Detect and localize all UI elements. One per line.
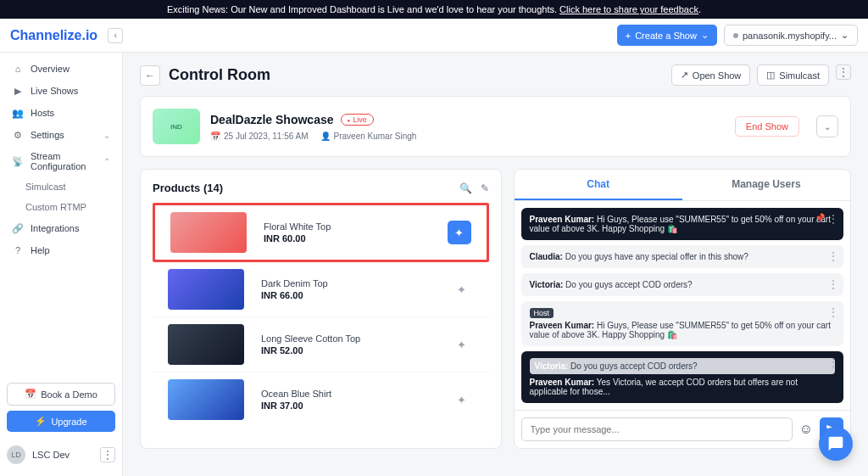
calendar-icon: 📅 xyxy=(210,132,220,141)
chat-messages: 📌 ⋮ Praveen Kumar: Hi Guys, Please use "… xyxy=(515,201,851,410)
tab-chat[interactable]: Chat xyxy=(515,170,682,200)
help-icon: ? xyxy=(12,244,24,256)
spotlight-button[interactable]: ✦ xyxy=(448,221,471,244)
sidebar-item-hosts[interactable]: 👥Hosts xyxy=(0,102,122,124)
chat-panel: Chat Manage Users 📌 ⋮ Praveen Kumar: Hi … xyxy=(514,169,852,449)
create-show-label: Create a Show xyxy=(635,31,697,41)
chat-message: ⋮ Host Praveen Kumar: Hi Guys, Please us… xyxy=(521,301,844,346)
message-menu-button[interactable]: ⋮ xyxy=(828,278,838,290)
upgrade-button[interactable]: ⚡Upgrade xyxy=(7,411,115,432)
store-status-icon xyxy=(733,33,738,38)
chevron-down-icon: ⌄ xyxy=(103,131,110,140)
product-name: Ocean Blue Shirt xyxy=(261,389,433,399)
topbar: Channelize.io ‹ + Create a Show ⌄ panaso… xyxy=(0,19,868,53)
message-menu-button[interactable]: ⋮ xyxy=(828,250,838,262)
product-image xyxy=(168,324,244,365)
products-title: Products (14) xyxy=(153,182,223,194)
main-content: ← Control Room ↗Open Show ◫Simulcast ⋮ I… xyxy=(123,53,868,476)
user-name: LSC Dev xyxy=(32,450,70,460)
store-selector[interactable]: panasonik.myshopify... ⌄ xyxy=(724,25,858,46)
product-row[interactable]: Long Sleeve Cotton TopINR 52.00 ✦ xyxy=(153,317,489,372)
collapse-sidebar-button[interactable]: ‹ xyxy=(108,28,123,43)
create-show-button[interactable]: + Create a Show ⌄ xyxy=(617,25,717,46)
product-image xyxy=(170,212,247,253)
more-menu-button[interactable]: ⋮ xyxy=(836,64,851,80)
product-image xyxy=(168,379,244,420)
sidebar-item-live-shows[interactable]: ▶Live Shows xyxy=(0,80,122,102)
banner-text: Exciting News: Our New and Improved Dash… xyxy=(167,4,559,14)
avatar: LD xyxy=(7,445,25,464)
expand-show-button[interactable]: ⌄ xyxy=(816,115,838,137)
sidebar: ⌂Overview ▶Live Shows 👥Hosts ⚙Settings⌄ … xyxy=(0,53,123,476)
show-date: 25 Jul 2023, 11:56 AM xyxy=(224,132,309,141)
sidebar-item-simulcast[interactable]: Simulcast xyxy=(0,176,122,197)
spotlight-button[interactable]: ✦ xyxy=(450,388,474,412)
message-menu-button[interactable]: ⋮ xyxy=(828,213,838,225)
chat-message: ⋮ Claudia: Do you guys have any special … xyxy=(521,245,844,268)
host-badge: Host xyxy=(530,308,554,318)
product-price: INR 60.00 xyxy=(264,233,431,244)
back-button[interactable]: ← xyxy=(140,65,160,86)
product-price: INR 66.00 xyxy=(261,290,433,300)
signal-icon: 📡 xyxy=(12,155,24,167)
simulcast-button[interactable]: ◫Simulcast xyxy=(757,64,829,86)
chat-input[interactable] xyxy=(521,417,793,441)
sidebar-item-settings[interactable]: ⚙Settings⌄ xyxy=(0,124,122,146)
sidebar-item-help[interactable]: ?Help xyxy=(0,239,122,261)
product-row[interactable]: Dark Denim TopINR 66.00 ✦ xyxy=(153,262,489,317)
user-icon: 👤 xyxy=(320,132,331,141)
chat-icon xyxy=(827,435,844,452)
announcement-banner: Exciting News: Our New and Improved Dash… xyxy=(0,0,868,19)
quoted-message: Victoria: Do you guys accept COD orders? xyxy=(530,358,836,374)
product-row[interactable]: Ocean Blue ShirtINR 37.00 ✦ xyxy=(153,372,489,427)
brand-logo[interactable]: Channelize.io xyxy=(10,28,97,43)
show-host: Praveen Kumar Singh xyxy=(334,132,417,141)
product-name: Floral White Top xyxy=(264,221,431,232)
product-image xyxy=(168,269,244,310)
emoji-button[interactable]: ☺ xyxy=(799,422,813,437)
open-show-button[interactable]: ↗Open Show xyxy=(671,64,750,86)
product-price: INR 52.00 xyxy=(261,345,433,356)
sidebar-item-integrations[interactable]: 🔗Integrations xyxy=(0,217,122,239)
tab-manage-users[interactable]: Manage Users xyxy=(682,170,850,200)
chat-fab[interactable] xyxy=(819,427,853,461)
spotlight-button[interactable]: ✦ xyxy=(450,333,474,356)
chevron-down-icon: ⌄ xyxy=(841,30,849,41)
banner-link[interactable]: Click here to share your feedback xyxy=(559,4,698,14)
product-name: Long Sleeve Cotton Top xyxy=(261,333,433,344)
store-name: panasonik.myshopify... xyxy=(743,31,837,41)
broadcast-icon: ◫ xyxy=(766,70,775,81)
home-icon: ⌂ xyxy=(12,63,24,75)
show-title: DealDazzle Showcase xyxy=(210,113,334,126)
edit-icon[interactable]: ✎ xyxy=(481,182,489,194)
user-row: LD LSC Dev ⋮ xyxy=(0,439,122,471)
chat-message: ⋮ Victoria: Do you guys accept COD order… xyxy=(521,273,844,296)
message-menu-button[interactable]: ⋮ xyxy=(828,356,838,368)
show-thumbnail: IND xyxy=(153,109,200,144)
sidebar-item-overview[interactable]: ⌂Overview xyxy=(0,58,122,80)
message-menu-button[interactable]: ⋮ xyxy=(828,306,838,318)
live-badge: Live xyxy=(341,114,374,126)
product-name: Dark Denim Top xyxy=(261,278,433,288)
book-demo-button[interactable]: 📅Book a Demo xyxy=(7,383,115,406)
end-show-button[interactable]: End Show xyxy=(735,116,799,137)
products-panel: Products (14) 🔍 ✎ Floral White TopINR 60… xyxy=(140,169,502,449)
product-row[interactable]: Floral White TopINR 60.00 ✦ xyxy=(153,203,489,262)
chat-message: 📌 ⋮ Praveen Kumar: Hi Guys, Please use "… xyxy=(521,208,844,240)
search-icon[interactable]: 🔍 xyxy=(459,182,472,194)
sidebar-item-custom-rtmp[interactable]: Custom RTMP xyxy=(0,197,122,217)
gear-icon: ⚙ xyxy=(12,129,24,141)
users-icon: 👥 xyxy=(12,107,24,119)
lightning-icon: ⚡ xyxy=(35,416,47,427)
link-icon: 🔗 xyxy=(12,222,24,234)
sidebar-item-stream-config[interactable]: 📡Stream Configuration⌃ xyxy=(0,146,122,176)
product-price: INR 37.00 xyxy=(261,400,433,411)
chevron-up-icon: ⌃ xyxy=(103,157,110,166)
show-card: IND DealDazzle Showcase Live 📅25 Jul 202… xyxy=(140,96,851,157)
plus-icon: + xyxy=(626,31,631,41)
user-menu-button[interactable]: ⋮ xyxy=(100,447,115,462)
pin-icon[interactable]: 📌 xyxy=(815,213,825,222)
spotlight-button[interactable]: ✦ xyxy=(450,277,474,301)
page-title: Control Room xyxy=(169,66,270,84)
play-icon: ▶ xyxy=(12,85,24,97)
